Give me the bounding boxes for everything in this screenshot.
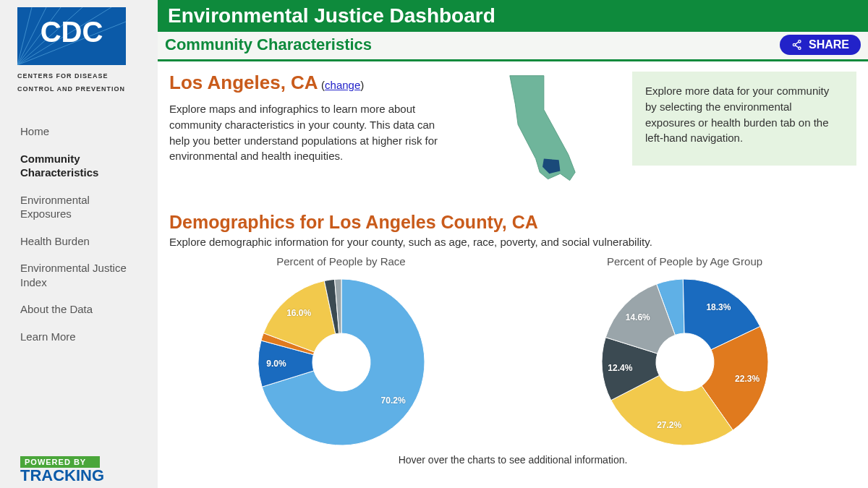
slice-label: 14.6%	[626, 312, 650, 322]
svg-text:CDC: CDC	[41, 16, 103, 48]
logo-subtext-1: CENTERS FOR DISEASE	[17, 72, 140, 81]
share-label: SHARE	[809, 38, 849, 51]
slice-label: 16.0%	[286, 308, 311, 318]
demographics-title: Demographics for Los Angeles County, CA	[169, 212, 856, 233]
sidebar-item-community-characteristics[interactable]: Community Characteristics	[0, 145, 158, 187]
chart-0: Percent of People by Race70.2%9.0%16.0%	[240, 255, 443, 453]
slice-label: 12.4%	[608, 363, 632, 373]
sidebar: CDC CENTERS FOR DISEASE CONTROL AND PREV…	[0, 0, 158, 488]
location-title: Los Angeles, CA	[169, 72, 318, 93]
sidebar-item-health-burden[interactable]: Health Burden	[0, 228, 158, 255]
slice-label: 22.3%	[735, 374, 760, 384]
cdc-logo: CDC CENTERS FOR DISEASE CONTROL AND PREV…	[0, 7, 158, 103]
intro-block: Los Angeles, CA (change) Explore maps an…	[169, 72, 453, 187]
logo-subtext-2: CONTROL AND PREVENTION	[17, 85, 140, 94]
chart-title: Percent of People by Race	[276, 255, 405, 267]
sidebar-nav: HomeCommunity CharacteristicsEnvironment…	[0, 118, 158, 350]
slice-label: 27.2%	[657, 420, 681, 430]
sidebar-item-environmental-justice-index[interactable]: Environmental Justice Index	[0, 254, 158, 296]
arrow-icon	[89, 458, 95, 466]
change-location-link[interactable]: change	[325, 79, 360, 91]
slice-label: 18.3%	[706, 302, 731, 312]
cdc-logo-icon: CDC	[17, 7, 126, 65]
callout-box: Explore more data for your community by …	[632, 72, 856, 166]
state-map	[470, 72, 615, 187]
tracking-badge: POWERED BY TRACKING	[20, 455, 158, 484]
intro-text: Explore maps and infographics to learn m…	[169, 101, 453, 164]
sidebar-item-environmental-exposures[interactable]: Environmental Exposures	[0, 187, 158, 228]
main-content: Environmental Justice Dashboard Communit…	[158, 0, 868, 488]
slice-label: 70.2%	[381, 395, 406, 406]
share-button[interactable]: SHARE	[780, 35, 861, 55]
powered-by-label: POWERED BY	[25, 458, 86, 466]
sidebar-item-about-the-data[interactable]: About the Data	[0, 296, 158, 323]
chart-title: Percent of People by Age Group	[607, 255, 762, 267]
share-icon	[791, 39, 803, 51]
chart-hover-note: Hover over the charts to see additional …	[169, 454, 856, 466]
sidebar-item-learn-more[interactable]: Learn More	[0, 323, 158, 351]
page-subtitle: Community Characteristics	[165, 35, 372, 54]
svg-line-12	[795, 46, 799, 48]
tracking-name: TRACKING	[20, 468, 158, 484]
chart-1: Percent of People by Age Group18.3%22.3%…	[584, 255, 786, 453]
demographics-subtitle: Explore demographic information for your…	[169, 236, 856, 248]
slice-label: 9.0%	[266, 359, 286, 369]
california-map-icon	[492, 72, 593, 187]
svg-line-11	[795, 42, 799, 44]
page-title: Environmental Justice Dashboard	[158, 0, 868, 32]
sub-header: Community Characteristics SHARE	[158, 32, 868, 61]
donut-chart[interactable]: 18.3%22.3%27.2%12.4%14.6%	[584, 272, 786, 453]
sidebar-item-home[interactable]: Home	[0, 118, 158, 145]
donut-chart[interactable]: 70.2%9.0%16.0%	[240, 272, 443, 453]
